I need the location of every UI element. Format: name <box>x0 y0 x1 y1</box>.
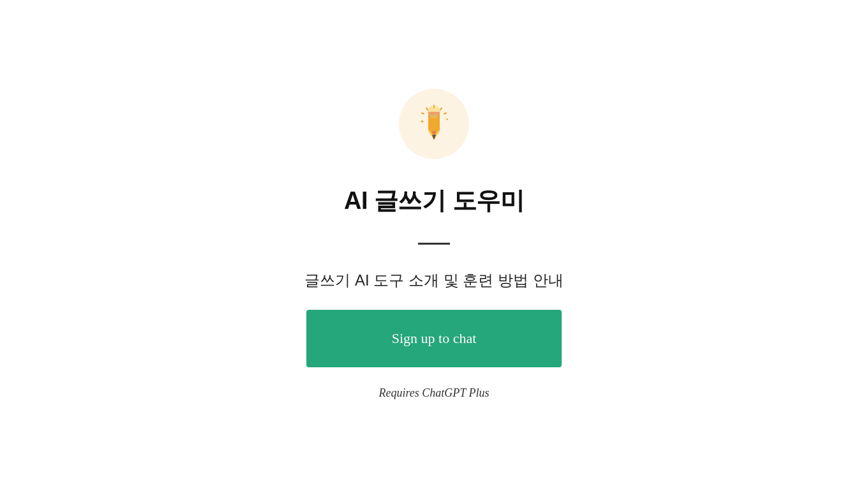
svg-line-3 <box>422 113 424 114</box>
signup-button[interactable]: Sign up to chat <box>306 310 562 367</box>
svg-text:✦: ✦ <box>445 118 449 121</box>
svg-line-1 <box>426 108 428 110</box>
requires-chatgpt-plus-label: Requires ChatGPT Plus <box>378 386 489 400</box>
svg-point-13 <box>428 105 440 118</box>
svg-text:✦: ✦ <box>420 119 424 125</box>
app-title: AI 글쓰기 도우미 <box>344 185 524 217</box>
divider <box>418 243 450 245</box>
svg-line-4 <box>444 113 446 114</box>
signup-button-label: Sign up to chat <box>392 330 477 347</box>
app-description: 글쓰기 AI 도구 소개 및 훈련 방법 안내 <box>304 270 563 291</box>
page-container: ✦ ✦ AI 글쓰기 도우미 글쓰기 AI 도구 소개 및 훈련 방법 안내 S… <box>0 89 868 400</box>
logo-circle: ✦ ✦ <box>399 89 469 159</box>
pencil-bulb-icon: ✦ ✦ <box>414 103 455 144</box>
svg-line-2 <box>440 108 442 110</box>
